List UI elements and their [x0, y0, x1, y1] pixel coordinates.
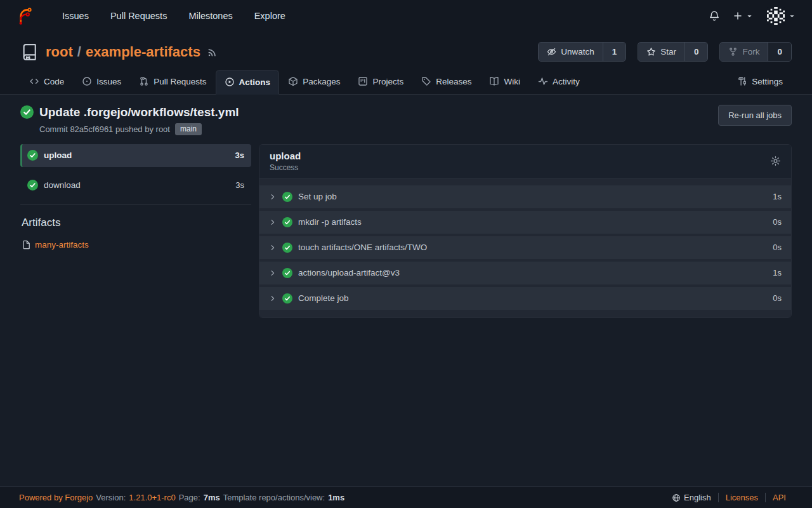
nav-issues[interactable]: Issues — [51, 0, 100, 32]
eye-off-icon — [547, 47, 556, 57]
issue-icon — [82, 76, 92, 86]
repo-owner-link[interactable]: root — [46, 44, 73, 60]
tab-wiki[interactable]: Wiki — [480, 69, 529, 94]
step-name: touch artifacts/ONE artifacts/TWO — [298, 243, 427, 252]
chevron-right-icon — [269, 218, 277, 226]
nav-pull-requests[interactable]: Pull Requests — [100, 0, 178, 32]
page-footer: Powered by Forgejo Version: 1.21.0+1-rc0… — [0, 486, 812, 508]
job-item-download[interactable]: download 3s — [20, 174, 251, 197]
repo-name-link[interactable]: example-artifacts — [86, 44, 200, 60]
step-duration: 0s — [773, 293, 782, 303]
unwatch-button[interactable]: Unwatch — [539, 43, 603, 61]
notifications-bell-icon[interactable] — [702, 6, 726, 25]
success-check-icon — [27, 180, 38, 190]
run-commit-line: Commit 82a5cf6961 pushed by root main — [39, 123, 239, 135]
fork-count[interactable]: 0 — [768, 43, 791, 61]
success-check-icon — [282, 293, 292, 304]
watch-button-group: Unwatch 1 — [538, 42, 626, 62]
tab-issues[interactable]: Issues — [73, 69, 130, 94]
tab-settings[interactable]: Settings — [728, 69, 792, 94]
step-duration: 0s — [773, 217, 782, 227]
version-label: Version: — [96, 493, 126, 502]
success-check-icon — [282, 217, 292, 227]
step-duration: 1s — [773, 192, 782, 201]
project-icon — [358, 76, 368, 86]
pulse-icon — [538, 76, 548, 86]
chevron-right-icon — [269, 193, 277, 201]
pull-request-icon — [139, 76, 149, 86]
globe-icon — [672, 493, 681, 502]
step-duration: 0s — [773, 243, 782, 252]
repo-title-slash: / — [77, 44, 81, 60]
job-item-upload[interactable]: upload 3s — [20, 144, 251, 167]
tab-actions[interactable]: Actions — [216, 70, 280, 95]
step-touch-artifacts[interactable]: touch artifacts/ONE artifacts/TWO 0s — [259, 236, 791, 259]
star-button-group: Star 0 — [638, 42, 708, 62]
chevron-down-icon — [746, 13, 753, 20]
tab-code[interactable]: Code — [20, 69, 73, 94]
fork-button-group: Fork 0 — [719, 42, 792, 62]
version-link[interactable]: 1.21.0+1-rc0 — [129, 493, 175, 502]
tab-pull-requests[interactable]: Pull Requests — [130, 69, 215, 94]
artifact-link-many-artifacts[interactable]: many-artifacts — [22, 240, 251, 250]
success-check-icon — [282, 192, 292, 202]
gear-icon[interactable] — [770, 156, 781, 166]
user-menu-dropdown[interactable] — [767, 7, 796, 25]
fork-button[interactable]: Fork — [720, 43, 768, 61]
plus-icon — [733, 11, 743, 21]
step-set-up-job[interactable]: Set up job 1s — [259, 185, 791, 208]
star-button[interactable]: Star — [638, 43, 685, 61]
template-time-value: 1ms — [328, 493, 344, 502]
book-icon — [489, 76, 499, 86]
watch-count[interactable]: 1 — [603, 43, 626, 61]
step-name: Complete job — [298, 293, 349, 303]
tab-activity[interactable]: Activity — [529, 69, 589, 94]
tab-releases[interactable]: Releases — [412, 69, 480, 94]
step-upload-artifact-action[interactable]: actions/upload-artifact@v3 1s — [259, 262, 791, 284]
steps-list: Set up job 1s mkdir -p artifacts 0s touc… — [259, 179, 791, 318]
chevron-right-icon — [269, 244, 277, 251]
main-content: upload 3s download 3s Artifacts many-art… — [0, 144, 812, 486]
chevron-right-icon — [269, 295, 277, 302]
fork-icon — [728, 47, 738, 57]
step-name: Set up job — [298, 192, 337, 201]
forgejo-logo-icon[interactable] — [16, 8, 34, 25]
step-name: mkdir -p artifacts — [298, 217, 362, 227]
language-selector[interactable]: English — [665, 493, 718, 502]
success-check-icon — [20, 105, 34, 119]
tab-projects[interactable]: Projects — [349, 69, 412, 94]
code-icon — [29, 76, 39, 86]
tag-icon — [421, 76, 431, 86]
success-check-icon — [282, 268, 292, 278]
job-detail-title: upload — [270, 150, 301, 161]
star-count[interactable]: 0 — [685, 43, 708, 61]
api-link[interactable]: API — [765, 493, 793, 502]
step-name: actions/upload-artifact@v3 — [298, 268, 400, 277]
repo-icon — [20, 43, 39, 62]
success-check-icon — [282, 243, 292, 253]
step-complete-job[interactable]: Complete job 0s — [259, 287, 791, 310]
repo-title: root / example-artifacts — [46, 44, 200, 60]
chevron-down-icon — [789, 13, 796, 20]
file-icon — [22, 240, 31, 250]
chevron-right-icon — [269, 269, 277, 277]
step-duration: 1s — [773, 268, 782, 277]
rss-feed-icon[interactable] — [207, 46, 218, 58]
top-navbar: Issues Pull Requests Milestones Explore — [0, 0, 812, 32]
powered-by-link[interactable]: Powered by Forgejo — [19, 493, 93, 502]
success-check-icon — [27, 150, 38, 161]
rerun-all-jobs-button[interactable]: Re-run all jobs — [718, 105, 792, 126]
create-new-dropdown[interactable] — [726, 7, 759, 25]
branch-badge[interactable]: main — [175, 123, 202, 135]
artifacts-heading: Artifacts — [22, 217, 251, 229]
job-detail-status: Success — [270, 163, 301, 172]
job-detail-header: upload Success — [259, 145, 791, 179]
nav-milestones[interactable]: Milestones — [178, 0, 243, 32]
run-header: Update .forgejo/workflows/test.yml Commi… — [0, 95, 812, 144]
tab-packages[interactable]: Packages — [279, 69, 349, 94]
licenses-link[interactable]: Licenses — [718, 493, 765, 502]
step-mkdir[interactable]: mkdir -p artifacts 0s — [259, 211, 791, 234]
job-name: upload — [44, 150, 72, 160]
nav-explore[interactable]: Explore — [244, 0, 296, 32]
job-name: download — [44, 180, 81, 190]
